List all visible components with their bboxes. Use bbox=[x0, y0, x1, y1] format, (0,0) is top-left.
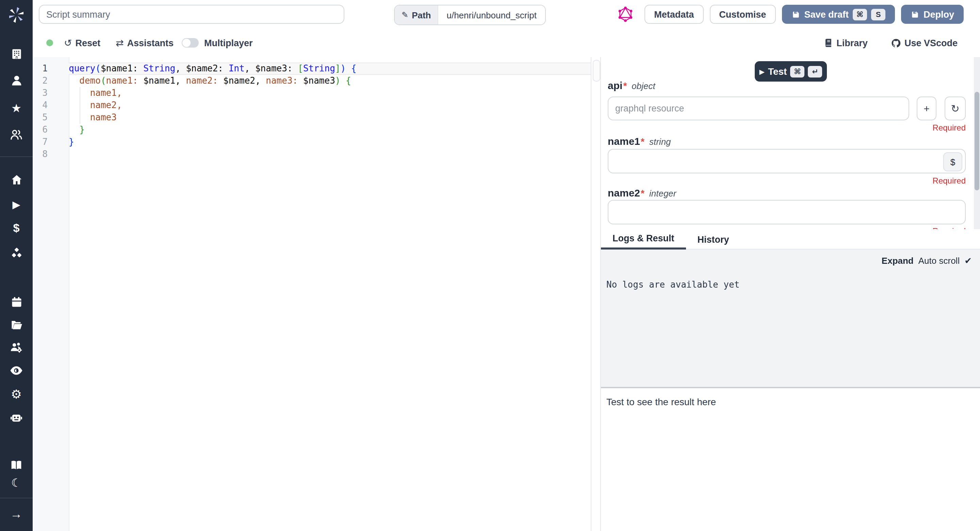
person-icon[interactable] bbox=[0, 72, 33, 89]
code-line-text: name3 bbox=[69, 111, 591, 124]
api-resource-input[interactable] bbox=[608, 97, 909, 120]
test-button[interactable]: ▶ Test ⌘ ↵ bbox=[755, 61, 827, 82]
dollar-icon[interactable]: $ bbox=[0, 220, 33, 236]
gear-icon[interactable]: ⚙ bbox=[0, 386, 33, 403]
multiplayer-toggle[interactable] bbox=[182, 38, 199, 48]
code-line[interactable]: 4 name2, bbox=[33, 99, 591, 111]
github-icon bbox=[891, 38, 901, 48]
code-lines: 1query($name1: String, $name2: Int, $nam… bbox=[33, 63, 591, 160]
status-dot bbox=[46, 40, 53, 46]
editor-toolbar: ↺ Reset ⇄ Assistants Multiplayer Library… bbox=[33, 29, 980, 58]
toolbar-right: Library Use VScode bbox=[824, 29, 958, 57]
plus-icon: + bbox=[924, 103, 930, 114]
variable-picker-button[interactable]: $ bbox=[943, 152, 962, 171]
top-bar: ✎ Path u/henri/unbound_script Metadata C… bbox=[33, 0, 980, 29]
arrow-right-icon[interactable]: → bbox=[0, 506, 33, 522]
path-label: Path bbox=[412, 10, 431, 20]
refresh-icon: ⇄ bbox=[116, 37, 124, 48]
book-open-icon[interactable] bbox=[0, 457, 33, 473]
check-icon[interactable]: ✔ bbox=[964, 256, 972, 266]
dollar-icon: $ bbox=[950, 157, 955, 167]
line-number: 6 bbox=[33, 124, 69, 136]
path-edit-section[interactable]: ✎ Path bbox=[395, 5, 438, 24]
tab-history[interactable]: History bbox=[686, 229, 741, 249]
code-line[interactable]: 7} bbox=[33, 136, 591, 148]
kbd-cmd: ⌘ bbox=[853, 8, 867, 20]
assistants-button[interactable]: ⇄ Assistants bbox=[116, 29, 173, 57]
kbd-s: S bbox=[871, 8, 885, 20]
app-window: ★ ▶ $ bbox=[0, 0, 980, 531]
multiplayer-label: Multiplayer bbox=[204, 29, 253, 57]
code-line-text: name2, bbox=[69, 99, 591, 111]
code-editor[interactable]: 1query($name1: String, $name2: Int, $nam… bbox=[33, 57, 591, 531]
required-hint-api: Required bbox=[933, 123, 966, 133]
form-scrollbar-thumb[interactable] bbox=[975, 92, 979, 190]
autoscroll-label[interactable]: Auto scroll bbox=[918, 256, 959, 266]
building-icon[interactable] bbox=[0, 46, 33, 62]
sidebar: ★ ▶ $ bbox=[0, 0, 33, 531]
calendar-icon[interactable] bbox=[0, 294, 33, 310]
indent-guide bbox=[80, 87, 80, 124]
line-number: 1 bbox=[33, 63, 69, 75]
args-form: ▶ Test ⌘ ↵ api* object + ↻ Required name… bbox=[601, 57, 980, 229]
expand-button[interactable]: Expand bbox=[882, 256, 914, 266]
code-line[interactable]: 8 bbox=[33, 148, 591, 160]
path-badge[interactable]: ✎ Path u/henri/unbound_script bbox=[394, 5, 546, 25]
path-value: u/henri/unbound_script bbox=[438, 5, 545, 24]
add-resource-button[interactable]: + bbox=[917, 97, 937, 120]
code-line-text: name1, bbox=[69, 87, 591, 99]
rotate-ccw-icon: ↺ bbox=[64, 37, 72, 48]
code-line[interactable]: 2 demo(name1: $name1, name2: $name2, nam… bbox=[33, 75, 591, 87]
name2-input[interactable] bbox=[608, 200, 966, 224]
refresh-resource-button[interactable]: ↻ bbox=[945, 97, 966, 120]
users-gear-icon[interactable] bbox=[0, 339, 33, 356]
toggle-knob bbox=[182, 39, 191, 47]
library-button[interactable]: Library bbox=[824, 29, 868, 57]
home-icon[interactable] bbox=[0, 171, 33, 188]
code-line[interactable]: 5 name3 bbox=[33, 111, 591, 124]
moon-icon[interactable]: ☾ bbox=[0, 475, 33, 491]
windmill-logo[interactable] bbox=[8, 7, 24, 23]
tab-logs-result[interactable]: Logs & Result bbox=[601, 229, 686, 249]
graphql-icon bbox=[617, 6, 633, 22]
name1-input[interactable] bbox=[608, 149, 966, 173]
logs-empty-message: No logs are available yet bbox=[606, 279, 740, 290]
logs-panel: Expand Auto scroll ✔ No logs are availab… bbox=[601, 249, 980, 387]
pencil-icon: ✎ bbox=[401, 10, 408, 20]
field-label-name1: name1* string bbox=[608, 135, 671, 147]
code-line-text: query($name1: String, $name2: Int, $name… bbox=[69, 63, 591, 75]
folder-icon[interactable] bbox=[0, 316, 33, 333]
code-line[interactable]: 1query($name1: String, $name2: Int, $nam… bbox=[33, 63, 591, 75]
code-line-text: } bbox=[69, 124, 591, 136]
cubes-icon[interactable] bbox=[0, 245, 33, 261]
line-number: 2 bbox=[33, 75, 69, 87]
kbd-cmd: ⌘ bbox=[790, 66, 804, 77]
users-icon[interactable] bbox=[0, 127, 33, 143]
eye-icon[interactable] bbox=[0, 362, 33, 379]
customise-button[interactable]: Customise bbox=[710, 5, 775, 24]
reset-button[interactable]: ↺ Reset bbox=[64, 29, 100, 57]
line-number: 7 bbox=[33, 136, 69, 148]
save-draft-button[interactable]: Save draft ⌘ S bbox=[782, 5, 895, 24]
deploy-button[interactable]: Deploy bbox=[901, 5, 964, 24]
test-panel: ▶ Test ⌘ ↵ api* object + ↻ Required name… bbox=[601, 57, 980, 531]
metadata-button[interactable]: Metadata bbox=[644, 5, 703, 24]
panel-resizer[interactable] bbox=[591, 57, 601, 531]
sidebar-divider bbox=[0, 156, 33, 157]
use-vscode-button[interactable]: Use VScode bbox=[891, 29, 958, 57]
line-number: 4 bbox=[33, 99, 69, 111]
resizer-handle[interactable] bbox=[593, 60, 600, 82]
book-icon bbox=[824, 38, 833, 48]
topbar-buttons: Metadata Customise Save draft ⌘ S Deploy bbox=[644, 5, 964, 24]
required-hint-name2: Required bbox=[933, 227, 966, 229]
script-summary-input[interactable] bbox=[39, 5, 344, 24]
code-line[interactable]: 3 name1, bbox=[33, 87, 591, 99]
star-icon[interactable]: ★ bbox=[0, 100, 33, 116]
save-icon bbox=[911, 10, 920, 19]
result-panel: Test to see the result here bbox=[601, 388, 980, 531]
line-number: 5 bbox=[33, 111, 69, 124]
log-controls: Expand Auto scroll ✔ bbox=[882, 256, 972, 266]
play-icon[interactable]: ▶ bbox=[0, 196, 33, 212]
robot-icon[interactable] bbox=[0, 409, 33, 426]
code-line[interactable]: 6 } bbox=[33, 124, 591, 136]
